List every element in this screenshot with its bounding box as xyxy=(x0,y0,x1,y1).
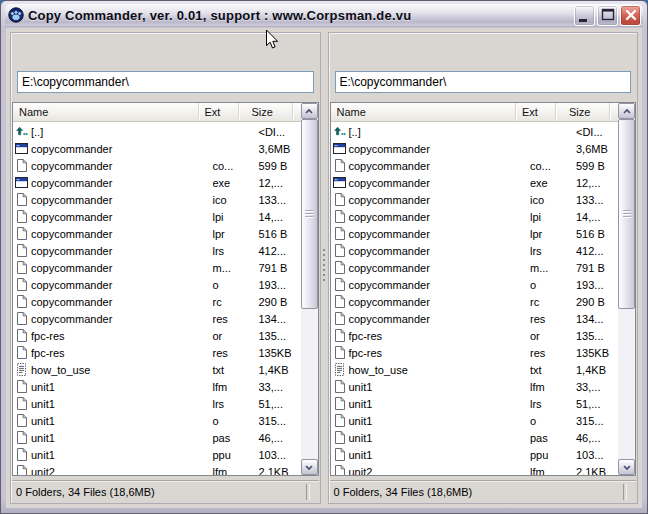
file-row[interactable]: copycommander co... 599 B xyxy=(13,157,301,174)
file-row[interactable]: fpc-res or 135... xyxy=(331,327,619,344)
file-list-rows: [..] <DI... copycommander 3,6MB copycomm… xyxy=(331,122,619,475)
titlebar[interactable]: Copy Commander, ver. 0.01, support : www… xyxy=(5,4,643,27)
file-listview: Name Ext Size [..] <DI... copycommander … xyxy=(330,102,637,476)
blank-file-icon xyxy=(333,244,346,257)
file-row[interactable]: copycommander m... 791 B xyxy=(331,259,619,276)
file-size: 134... xyxy=(247,313,301,325)
file-row[interactable]: copycommander co... 599 B xyxy=(331,157,619,174)
file-row[interactable]: copycommander res 134... xyxy=(13,310,301,327)
file-row[interactable]: copycommander o 193... xyxy=(13,276,301,293)
file-name-cell: copycommander xyxy=(331,312,525,325)
list-main: Name Ext Size [..] <DI... copycommander … xyxy=(331,103,619,475)
file-row[interactable]: fpc-res res 135KB xyxy=(13,344,301,361)
file-size: 134... xyxy=(564,313,618,325)
path-input[interactable] xyxy=(17,71,314,93)
file-name-cell: unit2 xyxy=(331,465,525,475)
file-name: copycommander xyxy=(349,313,430,325)
file-row[interactable]: copycommander ico 133... xyxy=(13,191,301,208)
column-header-ext[interactable]: Ext xyxy=(516,103,556,121)
close-button[interactable] xyxy=(620,5,641,26)
blank-file-icon xyxy=(15,244,28,257)
chevron-up-icon xyxy=(304,108,314,115)
file-row[interactable]: copycommander lrs 412... xyxy=(331,242,619,259)
file-row[interactable]: unit2 lfm 2,1KB xyxy=(331,463,619,475)
file-row[interactable]: copycommander lrs 412... xyxy=(13,242,301,259)
file-row[interactable]: copycommander lpi 14,... xyxy=(331,208,619,225)
file-ext: lrs xyxy=(524,398,564,410)
panels-host: Name Ext Size [..] <DI... copycommander … xyxy=(10,32,638,504)
column-header-name[interactable]: Name xyxy=(13,103,199,121)
file-row[interactable]: unit1 o 315... xyxy=(331,412,619,429)
file-row[interactable]: unit1 pas 46,... xyxy=(331,429,619,446)
file-row[interactable]: copycommander rc 290 B xyxy=(13,293,301,310)
file-row[interactable]: copycommander rc 290 B xyxy=(331,293,619,310)
file-name-cell: how_to_use xyxy=(331,363,525,376)
file-row[interactable]: copycommander 3,6MB xyxy=(331,140,619,157)
file-name: copycommander xyxy=(31,262,112,274)
column-header-size[interactable]: Size xyxy=(239,103,293,121)
scroll-up-button[interactable] xyxy=(618,103,635,119)
file-row[interactable]: fpc-res or 135... xyxy=(13,327,301,344)
scrollbar-thumb[interactable] xyxy=(301,119,318,309)
client-area: Name Ext Size [..] <DI... copycommander … xyxy=(6,28,642,508)
file-ext: co... xyxy=(207,160,247,172)
column-header-name[interactable]: Name xyxy=(331,103,517,121)
file-row[interactable]: copycommander res 134... xyxy=(331,310,619,327)
statusbar: 0 Folders, 34 Files (18,6MB) xyxy=(12,480,319,502)
file-size: 599 B xyxy=(247,160,301,172)
file-row[interactable]: unit1 ppu 103... xyxy=(13,446,301,463)
scrollbar-thumb[interactable] xyxy=(618,119,635,309)
file-row[interactable]: copycommander m... 791 B xyxy=(13,259,301,276)
blank-file-icon xyxy=(333,261,346,274)
blank-file-icon xyxy=(333,210,346,223)
path-input[interactable] xyxy=(335,71,632,93)
file-row[interactable]: unit2 lfm 2,1KB xyxy=(13,463,301,475)
file-name: copycommander xyxy=(349,245,430,257)
file-ext: rc xyxy=(524,296,564,308)
scrollbar-track[interactable] xyxy=(618,119,635,459)
chevron-down-icon xyxy=(622,464,632,471)
vertical-scrollbar[interactable] xyxy=(301,103,318,475)
file-row[interactable]: copycommander lpr 516 B xyxy=(13,225,301,242)
panel-splitter[interactable] xyxy=(321,32,328,504)
file-row[interactable]: copycommander ico 133... xyxy=(331,191,619,208)
file-row[interactable]: copycommander lpr 516 B xyxy=(331,225,619,242)
file-size: 135... xyxy=(564,330,618,342)
file-name: copycommander xyxy=(349,296,430,308)
file-row[interactable]: unit1 lfm 33,... xyxy=(13,378,301,395)
app-window: Copy Commander, ver. 0.01, support : www… xyxy=(0,0,648,514)
file-row[interactable]: unit1 lrs 51,... xyxy=(13,395,301,412)
scrollbar-track[interactable] xyxy=(301,119,318,459)
file-size: 516 B xyxy=(247,228,301,240)
file-row[interactable]: unit1 pas 46,... xyxy=(13,429,301,446)
vertical-scrollbar[interactable] xyxy=(618,103,635,475)
file-row[interactable]: unit1 lfm 33,... xyxy=(331,378,619,395)
file-name-cell: copycommander xyxy=(13,278,207,291)
blank-file-icon xyxy=(333,295,346,308)
list-main: Name Ext Size [..] <DI... copycommander … xyxy=(13,103,301,475)
column-header-size[interactable]: Size xyxy=(556,103,610,121)
file-row[interactable]: unit1 lrs 51,... xyxy=(331,395,619,412)
file-row[interactable]: how_to_use txt 1,4KB xyxy=(331,361,619,378)
file-row[interactable]: copycommander 3,6MB xyxy=(13,140,301,157)
minimize-button[interactable] xyxy=(574,5,595,26)
file-row[interactable]: copycommander exe 12,... xyxy=(13,174,301,191)
file-row[interactable]: fpc-res res 135KB xyxy=(331,344,619,361)
scroll-up-button[interactable] xyxy=(301,103,318,119)
file-row[interactable]: copycommander exe 12,... xyxy=(331,174,619,191)
file-row[interactable]: [..] <DI... xyxy=(13,123,301,140)
file-name: copycommander xyxy=(349,143,430,155)
maximize-button[interactable] xyxy=(597,5,618,26)
column-header-ext[interactable]: Ext xyxy=(199,103,239,121)
scroll-down-button[interactable] xyxy=(301,459,318,475)
list-header: Name Ext Size xyxy=(331,103,619,122)
file-size: 33,... xyxy=(247,381,301,393)
file-row[interactable]: unit1 ppu 103... xyxy=(331,446,619,463)
file-row[interactable]: how_to_use txt 1,4KB xyxy=(13,361,301,378)
file-row[interactable]: unit1 o 315... xyxy=(13,412,301,429)
file-row[interactable]: copycommander lpi 14,... xyxy=(13,208,301,225)
file-name: copycommander xyxy=(31,211,112,223)
file-row[interactable]: copycommander o 193... xyxy=(331,276,619,293)
file-row[interactable]: [..] <DI... xyxy=(331,123,619,140)
scroll-down-button[interactable] xyxy=(618,459,635,475)
